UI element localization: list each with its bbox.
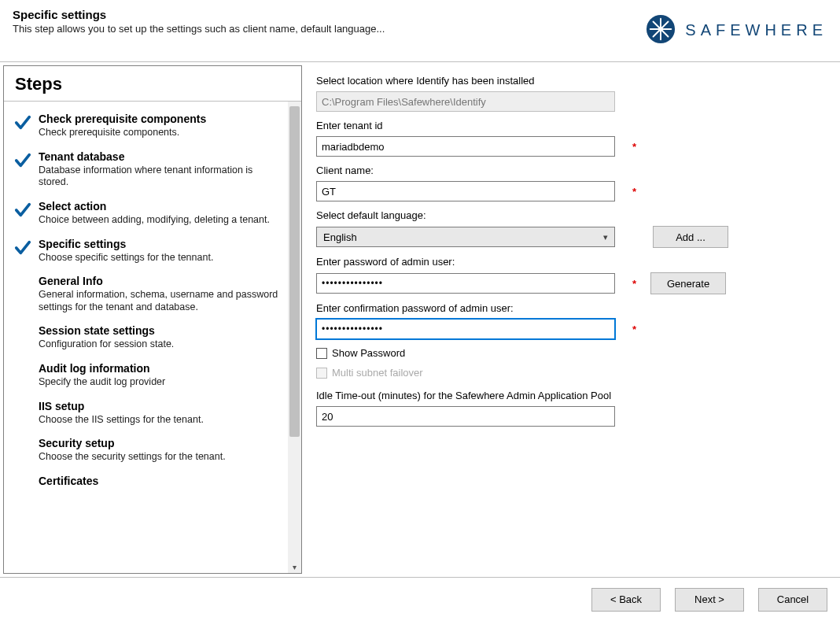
wizard-footer: < Back Next > Cancel bbox=[0, 577, 840, 621]
admin-password-label: Enter password of admin user: bbox=[316, 256, 826, 268]
step-title: Security setup bbox=[39, 437, 278, 449]
idle-timeout-input[interactable] bbox=[316, 406, 615, 427]
settings-form: Select location where Identify has been … bbox=[302, 65, 837, 574]
step-desc: Choice between adding, modifying, deleti… bbox=[39, 214, 278, 227]
admin-password-confirm-input[interactable] bbox=[316, 319, 615, 339]
step-title: General Info bbox=[39, 275, 278, 287]
language-dropdown[interactable]: English ▾ bbox=[316, 227, 615, 247]
chevron-down-icon: ▾ bbox=[603, 232, 608, 242]
admin-password-confirm-label: Enter confirmation password of admin use… bbox=[316, 302, 826, 314]
page-title: Specific settings bbox=[13, 8, 385, 21]
step-desc: Choose the IIS settings for the tenant. bbox=[39, 414, 278, 427]
step-audit-log[interactable]: Audit log information Specify the audit … bbox=[9, 359, 283, 397]
step-security-setup[interactable]: Security setup Choose the security setti… bbox=[9, 434, 283, 471]
step-title: Tenant database bbox=[39, 150, 278, 163]
empty-icon bbox=[13, 437, 32, 464]
brand-logo: SAFEWHERE bbox=[646, 8, 827, 46]
empty-icon bbox=[13, 324, 32, 351]
show-password-checkbox[interactable] bbox=[316, 348, 327, 359]
required-marker: * bbox=[632, 186, 636, 198]
steps-sidebar: Steps Check prerequisite components Chec… bbox=[3, 65, 302, 574]
check-icon bbox=[13, 113, 32, 139]
step-desc: Choose specific settings for the tennant… bbox=[39, 252, 278, 264]
step-title: Certificates bbox=[39, 475, 278, 487]
required-marker: * bbox=[632, 323, 636, 335]
next-button[interactable]: Next > bbox=[675, 588, 744, 612]
multi-subnet-label: Multi subnet failover bbox=[332, 367, 423, 379]
sidebar-scrollbar[interactable]: ▴ ▾ bbox=[288, 102, 301, 573]
step-select-action[interactable]: Select action Choice between adding, mod… bbox=[9, 197, 283, 235]
multi-subnet-checkbox bbox=[316, 368, 327, 379]
snowflake-icon bbox=[646, 14, 676, 46]
back-button[interactable]: < Back bbox=[591, 588, 661, 612]
check-icon bbox=[13, 200, 32, 227]
page-subtitle: This step allows you to set up the setti… bbox=[13, 23, 385, 35]
steps-list: Check prerequisite components Check prer… bbox=[4, 102, 288, 573]
scroll-down-icon[interactable]: ▾ bbox=[288, 560, 301, 573]
cancel-button[interactable]: Cancel bbox=[758, 588, 827, 612]
step-title: Session state settings bbox=[39, 324, 278, 337]
language-value: English bbox=[323, 231, 357, 243]
client-name-input[interactable] bbox=[316, 181, 615, 201]
step-title: Specific settings bbox=[39, 238, 278, 250]
main-frame: Steps Check prerequisite components Chec… bbox=[0, 61, 840, 577]
step-title: Select action bbox=[39, 200, 278, 213]
required-marker: * bbox=[632, 278, 636, 290]
client-name-label: Client name: bbox=[316, 164, 826, 176]
step-tenant-database[interactable]: Tenant database Database information whe… bbox=[9, 147, 283, 197]
step-title: Check prerequisite components bbox=[39, 113, 278, 125]
step-certificates[interactable]: Certificates bbox=[9, 471, 283, 495]
step-desc: Specify the audit log provider bbox=[39, 376, 278, 389]
step-session-state[interactable]: Session state settings Configuration for… bbox=[9, 321, 283, 359]
step-desc: General information, schema, username an… bbox=[39, 289, 278, 313]
idle-timeout-label: Idle Time-out (minutes) for the Safewher… bbox=[316, 390, 826, 401]
add-language-button[interactable]: Add ... bbox=[653, 226, 728, 248]
step-title: Audit log information bbox=[39, 362, 278, 375]
step-title: IIS setup bbox=[39, 400, 278, 412]
generate-password-button[interactable]: Generate bbox=[650, 272, 726, 294]
install-location-label: Select location where Identify has been … bbox=[316, 75, 826, 87]
step-iis-setup[interactable]: IIS setup Choose the IIS settings for th… bbox=[9, 397, 283, 434]
step-desc: Check prerequisite components. bbox=[39, 127, 278, 139]
show-password-label: Show Password bbox=[332, 347, 405, 359]
required-marker: * bbox=[632, 141, 636, 153]
install-location-input bbox=[316, 91, 615, 112]
svg-point-5 bbox=[658, 27, 663, 31]
empty-icon bbox=[13, 400, 32, 427]
step-check-prerequisites[interactable]: Check prerequisite components Check prer… bbox=[9, 109, 283, 147]
step-desc: Database information where tenant inform… bbox=[39, 164, 278, 189]
step-desc: Configuration for session state. bbox=[39, 338, 278, 351]
header: Specific settings This step allows you t… bbox=[0, 0, 840, 61]
empty-icon bbox=[13, 475, 32, 487]
empty-icon bbox=[13, 275, 32, 313]
brand-text: SAFEWHERE bbox=[685, 21, 827, 39]
sidebar-title: Steps bbox=[4, 66, 301, 102]
tenant-id-input[interactable] bbox=[316, 136, 615, 157]
language-label: Select default language: bbox=[316, 209, 826, 221]
admin-password-input[interactable] bbox=[316, 273, 615, 294]
check-icon bbox=[13, 150, 32, 189]
tenant-id-label: Enter tenant id bbox=[316, 120, 826, 131]
step-desc: Choose the security settings for the ten… bbox=[39, 451, 278, 464]
empty-icon bbox=[13, 362, 32, 389]
step-specific-settings[interactable]: Specific settings Choose specific settin… bbox=[9, 235, 283, 272]
step-general-info[interactable]: General Info General information, schema… bbox=[9, 272, 283, 321]
check-icon bbox=[13, 238, 32, 264]
scrollbar-thumb[interactable] bbox=[289, 106, 300, 437]
